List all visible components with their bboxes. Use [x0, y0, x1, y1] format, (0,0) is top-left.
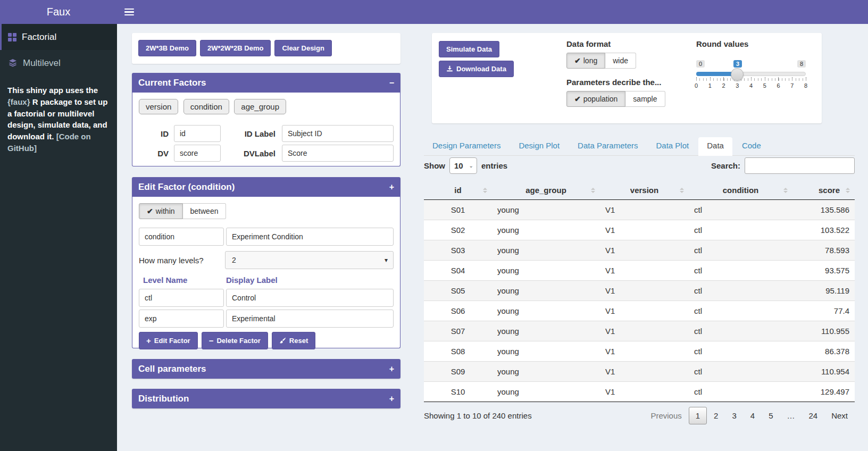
- id-label: ID: [139, 129, 169, 138]
- sidebar-item-multilevel[interactable]: Multilevel: [0, 50, 117, 76]
- edit-factor-button[interactable]: + Edit Factor: [139, 332, 198, 349]
- sort-icon: [846, 188, 850, 193]
- factor-chip-condition[interactable]: condition: [183, 99, 229, 114]
- datatable-controls: Show 10 ⌄ entries Search:: [424, 157, 855, 174]
- table-row[interactable]: S06youngV1ctl77.4: [424, 301, 855, 321]
- show-label: Show: [424, 161, 445, 170]
- parameters-sample-toggle[interactable]: sample: [625, 91, 665, 107]
- sidebar-item-factorial[interactable]: Factorial: [0, 24, 117, 50]
- cell-parameters-panel: Cell parameters +: [132, 359, 400, 379]
- slider-handle[interactable]: [731, 68, 744, 81]
- simulate-box: Simulate Data Download Data Data format …: [432, 33, 822, 123]
- display-label-header: Display Label: [226, 275, 278, 285]
- tab-design-plot[interactable]: Design Plot: [510, 137, 568, 155]
- collapse-icon[interactable]: +: [389, 182, 394, 192]
- slider-minor-ticks: [696, 78, 806, 81]
- edit-factor-panel: Edit Factor (condition) + ✔ within betwe…: [132, 177, 400, 348]
- table-row[interactable]: S01youngV1ctl135.586: [424, 200, 855, 220]
- app-logo[interactable]: Faux: [0, 0, 117, 24]
- page-button-24[interactable]: 24: [802, 407, 824, 424]
- search-input[interactable]: [745, 157, 855, 174]
- plus-icon: +: [146, 336, 151, 345]
- dv-label-input[interactable]: [282, 145, 394, 162]
- distribution-header[interactable]: Distribution +: [132, 389, 400, 408]
- current-factors-header[interactable]: Current Factors −: [132, 73, 400, 93]
- table-row[interactable]: S08youngV1ctl86.378: [424, 341, 855, 362]
- search-label: Search:: [711, 161, 740, 170]
- factor-name-input[interactable]: [139, 228, 224, 246]
- table-row[interactable]: S07youngV1ctl110.955: [424, 321, 855, 341]
- check-icon: ✔: [147, 207, 153, 215]
- previous-page-button[interactable]: Previous: [644, 407, 688, 424]
- factor-chip-age-group[interactable]: age_group: [234, 99, 286, 114]
- levels-question-label: How many levels?: [139, 256, 204, 265]
- levels-count-select[interactable]: 2 ▾: [225, 251, 394, 269]
- id-input[interactable]: [174, 125, 221, 142]
- minus-icon: −: [209, 336, 214, 345]
- cell-parameters-header[interactable]: Cell parameters +: [132, 359, 400, 379]
- level-label-input-2[interactable]: [226, 310, 394, 328]
- tab-design-parameters[interactable]: Design Parameters: [424, 137, 509, 155]
- next-page-button[interactable]: Next: [824, 407, 855, 424]
- id-label-input[interactable]: [282, 125, 394, 142]
- factor-type-within-toggle[interactable]: ✔ within: [139, 203, 183, 219]
- column-header-score[interactable]: score: [792, 181, 855, 200]
- factor-label-input[interactable]: [226, 228, 394, 246]
- check-icon: ✔: [574, 95, 581, 103]
- column-header-version[interactable]: version: [600, 181, 689, 200]
- page-button-5[interactable]: 5: [762, 407, 780, 424]
- panel-title: Edit Factor (condition): [138, 182, 235, 193]
- dv-input[interactable]: [174, 145, 221, 162]
- level-label-input-1[interactable]: [226, 289, 394, 307]
- table-row[interactable]: S09youngV1ctl110.954: [424, 362, 855, 382]
- demo-2w2w2b-button[interactable]: 2W*2W*2B Demo: [200, 40, 271, 56]
- download-data-button[interactable]: Download Data: [439, 61, 514, 77]
- table-row[interactable]: S05youngV1ctl95.119: [424, 281, 855, 301]
- tab-code[interactable]: Code: [733, 137, 770, 155]
- format-long-toggle[interactable]: ✔ long: [566, 53, 605, 69]
- edit-factor-header[interactable]: Edit Factor (condition) +: [132, 177, 400, 197]
- column-header-condition[interactable]: condition: [689, 181, 792, 200]
- results-tabbar: Design Parameters Design Plot Data Param…: [424, 137, 855, 156]
- page-button-1[interactable]: 1: [689, 407, 707, 424]
- page-button-3[interactable]: 3: [725, 407, 743, 424]
- clear-design-button[interactable]: Clear Design: [274, 40, 331, 56]
- format-wide-toggle[interactable]: wide: [605, 53, 636, 69]
- distribution-panel: Distribution +: [132, 389, 400, 408]
- expand-icon[interactable]: +: [389, 394, 394, 404]
- reset-button[interactable]: Reset: [272, 332, 315, 349]
- table-row[interactable]: S02youngV1ctl103.522: [424, 220, 855, 240]
- page-ellipsis: …: [780, 407, 802, 424]
- layers-icon: [8, 58, 18, 69]
- tab-data-parameters[interactable]: Data Parameters: [569, 137, 646, 155]
- expand-icon[interactable]: +: [389, 364, 394, 374]
- table-row[interactable]: S10youngV1ctl129.497: [424, 382, 855, 402]
- page-length-select[interactable]: 10 ⌄: [449, 157, 477, 174]
- caret-down-icon: ⌄: [469, 163, 473, 169]
- simulate-data-button[interactable]: Simulate Data: [439, 41, 499, 57]
- delete-factor-button[interactable]: − Delete Factor: [202, 332, 268, 349]
- faux-package-link[interactable]: {faux}: [7, 97, 30, 106]
- demo-2w3b-button[interactable]: 2W*3B Demo: [138, 40, 196, 56]
- column-header-age-group[interactable]: age_group: [492, 181, 600, 200]
- table-row[interactable]: S03youngV1ctl78.593: [424, 240, 855, 261]
- tab-data[interactable]: Data: [698, 137, 732, 156]
- collapse-icon[interactable]: −: [389, 78, 394, 88]
- factor-type-between-toggle[interactable]: between: [183, 203, 227, 219]
- page-button-2[interactable]: 2: [707, 407, 725, 424]
- level-name-input-1[interactable]: [139, 289, 224, 307]
- tab-data-plot[interactable]: Data Plot: [648, 137, 698, 155]
- sidebar-toggle-button[interactable]: [117, 0, 141, 24]
- entries-label: entries: [481, 161, 507, 170]
- factor-chip-version[interactable]: version: [139, 99, 178, 114]
- slider-tick-labels: 0 1 2 3 4 5 6 7 8: [696, 82, 806, 90]
- column-header-id[interactable]: id: [424, 181, 492, 200]
- page-button-4[interactable]: 4: [744, 407, 762, 424]
- panel-title: Distribution: [138, 394, 189, 404]
- level-name-input-2[interactable]: [139, 310, 224, 328]
- parameters-population-toggle[interactable]: ✔ population: [566, 91, 625, 107]
- table-row[interactable]: S04youngV1ctl93.575: [424, 261, 855, 281]
- caret-down-icon: ▾: [385, 256, 388, 264]
- table-info: Showing 1 to 10 of 240 entries: [424, 411, 532, 420]
- current-factors-panel: Current Factors − version condition age_…: [132, 73, 400, 166]
